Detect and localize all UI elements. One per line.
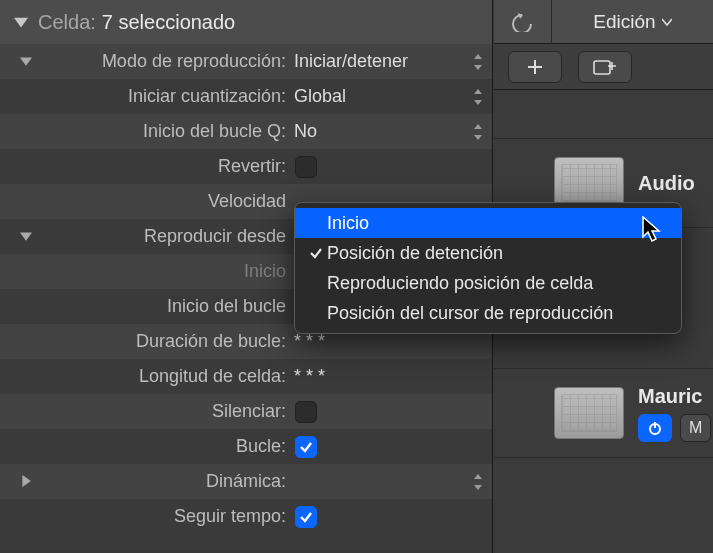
row-playback-mode: Modo de reproducción: Iniciar/detener <box>0 44 492 79</box>
row-reverse: Revertir: <box>0 149 492 184</box>
popup-chevrons-icon[interactable] <box>464 54 492 70</box>
popup-chevrons-icon[interactable] <box>464 124 492 140</box>
disclosure-down-icon[interactable] <box>20 51 32 72</box>
track-thumbnail <box>554 387 624 439</box>
row-cell-length: Longitud de celda: * * * <box>0 359 492 394</box>
menu-item-posicion-cursor[interactable]: Posición del cursor de reproducción <box>295 298 681 328</box>
mute-chip[interactable]: M <box>680 414 711 442</box>
menu-item-posicion-detencion[interactable]: Posición de detención <box>295 238 681 268</box>
chevron-down-icon <box>662 18 672 26</box>
panel-header[interactable]: Celda: 7 seleccionado <box>0 0 492 44</box>
reverse-checkbox[interactable] <box>295 156 317 178</box>
label: Dinámica: <box>44 471 294 492</box>
follow-tempo-checkbox[interactable] <box>295 506 317 528</box>
row-dynamics: Dinámica: <box>0 464 492 499</box>
value[interactable]: * * * <box>294 331 464 352</box>
row-follow-tempo: Seguir tempo: <box>0 499 492 534</box>
label: Inicio del bucle <box>44 296 294 317</box>
label: Revertir: <box>44 156 294 177</box>
header-value: 7 seleccionado <box>102 11 235 34</box>
label: Inicio <box>44 261 294 282</box>
mouse-cursor-icon <box>642 216 664 249</box>
menu-item-label: Reproduciendo posición de celda <box>327 273 593 294</box>
edit-label: Edición <box>593 11 655 33</box>
value[interactable]: * * * <box>294 366 464 387</box>
label: Bucle: <box>44 436 294 457</box>
label: Reproducir desde <box>44 226 294 247</box>
add-button[interactable] <box>508 51 562 83</box>
label: Seguir tempo: <box>44 506 294 527</box>
svg-rect-0 <box>594 61 610 74</box>
row-loop-q-start: Inicio del bucle Q: No <box>0 114 492 149</box>
header-prefix: Celda: <box>38 11 96 34</box>
menu-item-reproduciendo-posicion[interactable]: Reproduciendo posición de celda <box>295 268 681 298</box>
menu-item-label: Posición del cursor de reproducción <box>327 303 613 324</box>
back-arrow-icon <box>510 12 536 32</box>
new-scene-button[interactable] <box>578 51 632 83</box>
value-popup[interactable]: No <box>294 121 464 142</box>
power-button[interactable] <box>638 414 672 442</box>
check-icon <box>305 246 327 260</box>
disclosure-down-icon[interactable] <box>20 226 32 247</box>
plus-icon <box>526 58 544 76</box>
track-item-mauric[interactable]: Mauric M <box>494 368 713 458</box>
track-title: Audio <box>638 172 695 195</box>
label: Duración de bucle: <box>44 331 294 352</box>
row-start-quantize: Iniciar cuantización: Global <box>0 79 492 114</box>
back-button[interactable] <box>494 0 552 44</box>
value-popup[interactable]: Global <box>294 86 464 107</box>
right-toolbar-row2 <box>494 44 713 90</box>
label: Silenciar: <box>44 401 294 422</box>
popup-chevrons-icon[interactable] <box>464 474 492 490</box>
disclosure-down-icon[interactable] <box>14 15 28 29</box>
popup-chevrons-icon[interactable] <box>464 89 492 105</box>
play-from-menu: Inicio Posición de detención Reproducien… <box>294 202 682 334</box>
row-loop: Bucle: <box>0 429 492 464</box>
row-mute: Silenciar: <box>0 394 492 429</box>
label: Velocidad <box>44 191 294 212</box>
loop-checkbox[interactable] <box>295 436 317 458</box>
menu-item-label: Posición de detención <box>327 243 503 264</box>
label: Modo de reproducción: <box>44 51 294 72</box>
edit-menu[interactable]: Edición <box>552 11 713 33</box>
disclosure-right-icon[interactable] <box>20 471 32 492</box>
new-scene-icon <box>593 58 617 76</box>
right-toolbar: Edición <box>494 0 713 44</box>
power-icon <box>647 420 663 436</box>
track-title: Mauric <box>638 385 711 408</box>
label: Inicio del bucle Q: <box>44 121 294 142</box>
menu-item-inicio[interactable]: Inicio <box>295 208 681 238</box>
label: Iniciar cuantización: <box>44 86 294 107</box>
value-popup[interactable]: Iniciar/detener <box>294 51 464 72</box>
label: Longitud de celda: <box>44 366 294 387</box>
mute-checkbox[interactable] <box>295 401 317 423</box>
menu-item-label: Inicio <box>327 213 369 234</box>
